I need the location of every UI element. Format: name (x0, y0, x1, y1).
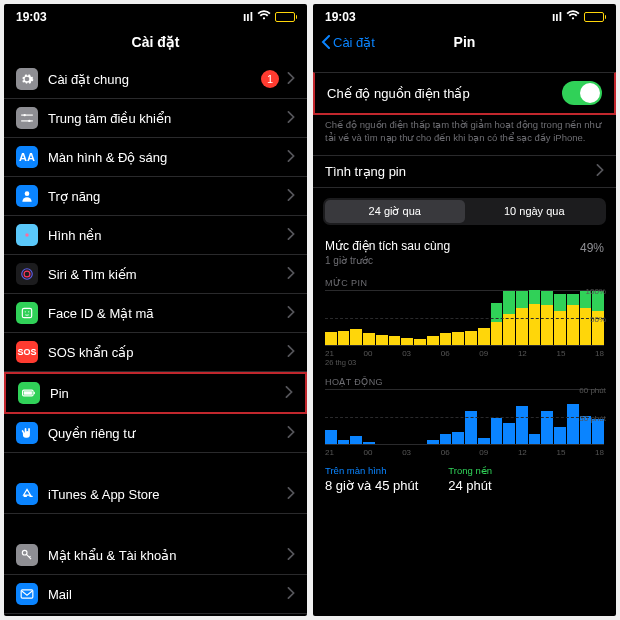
row-label: Trung tâm điều khiển (48, 111, 287, 126)
notification-badge: 1 (261, 70, 279, 88)
sliders-icon (16, 107, 38, 129)
low-power-mode-label: Chế độ nguồn điện thấp (327, 86, 562, 101)
row-label: Pin (50, 386, 285, 401)
svg-point-18 (22, 550, 27, 555)
settings-row-gear[interactable]: Cài đặt chung1 (4, 60, 307, 99)
signal-icon: ııl (243, 10, 253, 24)
face-icon (16, 302, 38, 324)
settings-row-face[interactable]: Face ID & Mật mã (4, 294, 307, 333)
usage-bg: Trong nền 24 phút (448, 465, 492, 493)
last-charge-sub: 1 giờ trước (325, 255, 604, 266)
appstore-icon (16, 483, 38, 505)
status-right: ııl (243, 10, 295, 24)
last-charge: Mức điện tích sau cùng 1 giờ trước 49% (313, 233, 616, 272)
battery-health-label: Tình trạng pin (325, 164, 596, 179)
settings-row-flower[interactable]: Hình nền (4, 216, 307, 255)
chart-activity-title: HOẠT ĐỘNG (325, 377, 383, 387)
siri-icon (16, 263, 38, 285)
settings-row-aa[interactable]: AAMàn hình & Độ sáng (4, 138, 307, 177)
settings-row-sliders[interactable]: Trung tâm điều khiển (4, 99, 307, 138)
svg-point-10 (22, 269, 33, 280)
row-label: Mật khẩu & Tài khoản (48, 548, 287, 563)
chevron-right-icon (596, 164, 604, 179)
wifi-icon (566, 10, 580, 24)
tab-10d[interactable]: 10 ngày qua (465, 200, 605, 223)
xaxis: 2100030609121518 (313, 346, 616, 358)
flower-icon (16, 224, 38, 246)
signal-icon: ııl (552, 10, 562, 24)
chevron-right-icon (285, 386, 293, 401)
settings-row-hand[interactable]: Quyền riêng tư (4, 414, 307, 453)
settings-row-key[interactable]: Mật khẩu & Tài khoản (4, 514, 307, 575)
aa-icon: AA (16, 146, 38, 168)
xaxis-note: 26 thg 03 (313, 358, 616, 371)
usage-screen: Trên màn hình 8 giờ và 45 phút (325, 465, 418, 493)
y-label-100: 100% (586, 287, 606, 296)
settings-row-siri[interactable]: Siri & Tìm kiếm (4, 255, 307, 294)
last-charge-pct: 49% (580, 241, 604, 255)
y-label-30: 30 phút (579, 414, 606, 423)
y-label-50: 50% (590, 315, 606, 324)
status-time: 19:03 (16, 10, 47, 24)
status-time: 19:03 (325, 10, 356, 24)
tab-24h[interactable]: 24 giờ qua (325, 200, 465, 223)
gear-icon (16, 68, 38, 90)
chevron-right-icon (287, 306, 295, 321)
usage-bg-label: Trong nền (448, 465, 492, 476)
chart-level-head: MỨC PIN (313, 272, 616, 288)
chevron-right-icon (287, 345, 295, 360)
chevron-right-icon (287, 189, 295, 204)
nav-header: Cài đặt Pin (313, 26, 616, 60)
battery-icon (275, 12, 295, 22)
svg-rect-16 (34, 392, 35, 394)
row-label: Màn hình & Độ sáng (48, 150, 287, 165)
svg-point-9 (22, 233, 26, 237)
low-power-mode-row[interactable]: Chế độ nguồn điện thấp (313, 72, 616, 115)
wifi-icon (257, 10, 271, 24)
chevron-right-icon (287, 548, 295, 563)
settings-row-person[interactable]: Trợ năng (4, 177, 307, 216)
svg-point-11 (24, 271, 30, 277)
gridline (325, 417, 604, 418)
page-title: Pin (454, 34, 476, 50)
usage-bg-value: 24 phút (448, 478, 492, 493)
battery-level-chart: 100% 50% (325, 290, 604, 346)
last-charge-title: Mức điện tích sau cùng (325, 239, 604, 253)
svg-rect-19 (21, 590, 33, 598)
usage-screen-label: Trên màn hình (325, 465, 418, 476)
svg-rect-12 (22, 308, 31, 317)
settings-row-sos[interactable]: SOSSOS khẩn cấp (4, 333, 307, 372)
row-label: iTunes & App Store (48, 487, 287, 502)
status-bar: 19:03 ııl (313, 4, 616, 26)
chevron-right-icon (287, 426, 295, 441)
right-phone: 19:03 ııl Cài đặt Pin Chế độ nguồn điện … (313, 4, 616, 616)
status-right: ııl (552, 10, 604, 24)
nav-header: Cài đặt (4, 26, 307, 60)
mail-icon (16, 583, 38, 605)
battery-icon (584, 12, 604, 22)
person-icon (16, 185, 38, 207)
hand-icon (16, 422, 38, 444)
svg-point-5 (25, 233, 29, 237)
low-power-mode-desc: Chế độ nguồn điện thấp tạm thời giảm hoạ… (313, 115, 616, 155)
range-tabs: 24 giờ qua 10 ngày qua (323, 198, 606, 225)
settings-row-appstore[interactable]: iTunes & App Store (4, 453, 307, 514)
sos-icon: SOS (16, 341, 38, 363)
settings-row-mail[interactable]: Mail (4, 575, 307, 614)
settings-row-battery[interactable]: Pin (4, 372, 307, 414)
chevron-right-icon (287, 111, 295, 126)
usage-screen-value: 8 giờ và 45 phút (325, 478, 418, 493)
activity-chart: 60 phút 30 phút (325, 389, 604, 445)
gridline (325, 318, 604, 319)
svg-rect-1 (21, 115, 33, 116)
chevron-right-icon (287, 228, 295, 243)
y-label-60: 60 phút (579, 386, 606, 395)
svg-rect-3 (21, 120, 33, 121)
back-button[interactable]: Cài đặt (321, 35, 375, 50)
low-power-mode-toggle[interactable] (562, 81, 602, 105)
usage-summary: Trên màn hình 8 giờ và 45 phút Trong nền… (313, 457, 616, 499)
row-label: Quyền riêng tư (48, 426, 287, 441)
svg-point-6 (25, 230, 29, 234)
battery-health-row[interactable]: Tình trạng pin (313, 155, 616, 188)
row-label: SOS khẩn cấp (48, 345, 287, 360)
